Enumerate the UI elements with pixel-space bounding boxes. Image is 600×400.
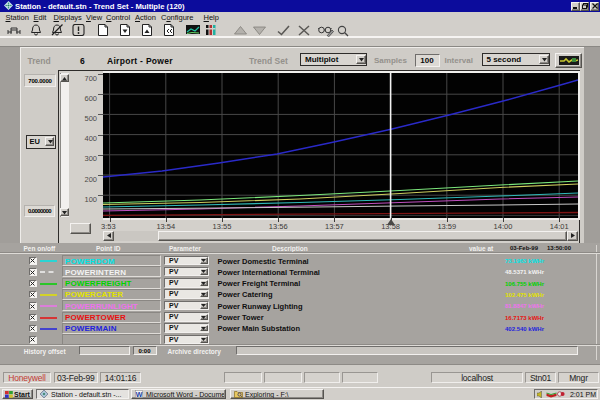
svg-text:W: W [136,391,143,398]
